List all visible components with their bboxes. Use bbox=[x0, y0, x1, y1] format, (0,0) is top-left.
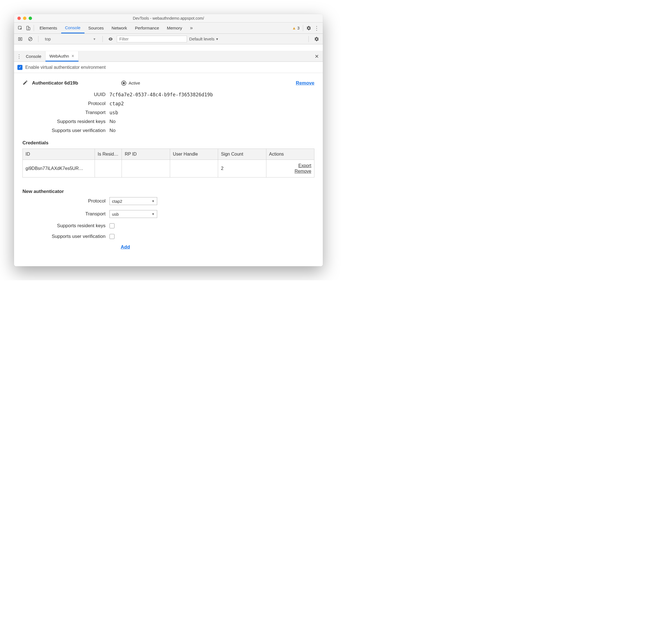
drawer-tab-webauthn[interactable]: WebAuthn ✕ bbox=[46, 51, 79, 62]
new-suv-row: Supports user verification bbox=[22, 234, 314, 239]
context-value: top bbox=[45, 37, 51, 41]
remove-authenticator-link[interactable]: Remove bbox=[296, 80, 314, 86]
suv-value: No bbox=[110, 128, 314, 133]
export-credential-link[interactable]: Export bbox=[269, 163, 311, 168]
titlebar: DevTools - webauthndemo.appspot.com/ bbox=[14, 14, 323, 22]
tab-network[interactable]: Network bbox=[108, 22, 131, 33]
new-authenticator-title: New authenticator bbox=[22, 189, 314, 194]
new-transport-value: usb bbox=[112, 212, 119, 216]
device-toolbar-icon[interactable] bbox=[24, 24, 32, 32]
settings-icon[interactable] bbox=[305, 24, 313, 32]
new-suv-label: Supports user verification bbox=[22, 234, 110, 239]
tab-console[interactable]: Console bbox=[61, 22, 85, 33]
close-window-button[interactable] bbox=[17, 17, 21, 20]
protocol-value: ctap2 bbox=[110, 101, 314, 107]
remove-credential-link[interactable]: Remove bbox=[269, 169, 311, 174]
tab-performance[interactable]: Performance bbox=[131, 22, 163, 33]
srk-value: No bbox=[110, 119, 314, 124]
close-icon[interactable]: ✕ bbox=[71, 54, 74, 58]
zoom-window-button[interactable] bbox=[29, 17, 32, 20]
srk-label: Supports resident keys bbox=[22, 119, 110, 124]
divider bbox=[38, 36, 39, 42]
col-is-resident[interactable]: Is Resid… bbox=[95, 149, 122, 160]
authenticator-details: UUID 7cf6a7e2-0537-48c4-b9fe-f3653826d19… bbox=[22, 92, 314, 133]
new-srk-row: Supports resident keys bbox=[22, 223, 314, 229]
cred-user-handle bbox=[170, 160, 218, 178]
col-id[interactable]: ID bbox=[23, 149, 95, 160]
svg-point-6 bbox=[110, 39, 111, 39]
enable-virtual-checkbox[interactable]: ✓ bbox=[17, 65, 22, 70]
cred-actions: Export Remove bbox=[266, 160, 314, 178]
add-authenticator-link[interactable]: Add bbox=[121, 245, 314, 250]
warnings-count: 3 bbox=[297, 26, 299, 30]
webauthn-panel: Authenticator 6d19b Active Remove UUID 7… bbox=[14, 73, 323, 266]
svg-line-5 bbox=[29, 38, 31, 40]
more-menu-icon[interactable]: ⋮ bbox=[313, 24, 320, 32]
credentials-title: Credentials bbox=[22, 140, 314, 146]
new-transport-label: Transport bbox=[22, 211, 110, 217]
new-srk-checkbox[interactable] bbox=[110, 223, 115, 228]
minimize-window-button[interactable] bbox=[23, 17, 26, 20]
col-actions[interactable]: Actions bbox=[266, 149, 314, 160]
tab-elements[interactable]: Elements bbox=[35, 22, 61, 33]
cred-sign-count: 2 bbox=[218, 160, 266, 178]
uuid-value: 7cf6a7e2-0537-48c4-b9fe-f3653826d19b bbox=[110, 92, 314, 97]
log-levels-selector[interactable]: Default levels ▼ bbox=[189, 37, 219, 41]
tab-sources[interactable]: Sources bbox=[85, 22, 108, 33]
warning-icon: ▲ bbox=[292, 26, 296, 30]
new-protocol-label: Protocol bbox=[22, 198, 110, 204]
drawer-menu-icon[interactable]: ⋮ bbox=[16, 53, 22, 60]
enable-virtual-row: ✓ Enable virtual authenticator environme… bbox=[14, 62, 323, 73]
chevron-down-icon: ▼ bbox=[93, 37, 96, 41]
col-rp-id[interactable]: RP ID bbox=[122, 149, 170, 160]
inspect-element-icon[interactable] bbox=[16, 24, 24, 32]
new-protocol-row: Protocol ctap2 ▼ bbox=[22, 197, 314, 205]
col-user-handle[interactable]: User Handle bbox=[170, 149, 218, 160]
main-toolbar: Elements Console Sources Network Perform… bbox=[14, 22, 323, 34]
drawer-tabs: ⋮ Console WebAuthn ✕ ✕ bbox=[14, 51, 323, 62]
execution-context-icon[interactable] bbox=[16, 35, 24, 43]
svg-rect-2 bbox=[28, 27, 30, 30]
new-protocol-select[interactable]: ctap2 ▼ bbox=[110, 197, 157, 205]
drawer-tab-label: WebAuthn bbox=[49, 54, 69, 59]
col-sign-count[interactable]: Sign Count bbox=[218, 149, 266, 160]
tab-memory[interactable]: Memory bbox=[163, 22, 186, 33]
console-output-area bbox=[14, 44, 323, 51]
filter-input[interactable] bbox=[117, 36, 187, 42]
traffic-lights bbox=[17, 17, 32, 20]
cred-is-resident bbox=[95, 160, 122, 178]
close-drawer-icon[interactable]: ✕ bbox=[313, 52, 320, 61]
new-transport-row: Transport usb ▼ bbox=[22, 210, 314, 218]
live-expression-icon[interactable] bbox=[107, 35, 115, 43]
new-transport-select[interactable]: usb ▼ bbox=[110, 210, 157, 218]
active-label: Active bbox=[128, 80, 140, 85]
chevron-down-icon: ▼ bbox=[216, 37, 219, 41]
context-selector[interactable]: top ▼ bbox=[42, 36, 98, 42]
new-protocol-value: ctap2 bbox=[112, 199, 122, 204]
authenticator-title: Authenticator 6d19b bbox=[32, 80, 78, 86]
edit-icon[interactable] bbox=[22, 80, 28, 86]
divider bbox=[102, 36, 103, 42]
cred-id: gi9DBsn77iLAXdK7es5UR… bbox=[23, 160, 95, 178]
clear-console-icon[interactable] bbox=[26, 35, 34, 43]
cred-rp bbox=[122, 160, 170, 178]
protocol-label: Protocol bbox=[22, 101, 110, 107]
authenticator-header: Authenticator 6d19b Active Remove bbox=[22, 80, 314, 86]
uuid-label: UUID bbox=[22, 92, 110, 97]
new-suv-checkbox[interactable] bbox=[110, 234, 115, 239]
console-settings-icon[interactable] bbox=[313, 35, 320, 43]
table-row: gi9DBsn77iLAXdK7es5UR… 2 Export Remove bbox=[23, 160, 314, 178]
add-row: Add bbox=[22, 245, 314, 250]
tab-overflow-icon[interactable]: » bbox=[186, 22, 197, 33]
chevron-down-icon: ▼ bbox=[151, 212, 155, 216]
active-radio[interactable]: Active bbox=[121, 80, 140, 86]
enable-virtual-label: Enable virtual authenticator environment bbox=[25, 65, 105, 70]
levels-label: Default levels bbox=[189, 37, 214, 41]
drawer-tab-console[interactable]: Console bbox=[22, 51, 46, 62]
main-tabs: Elements Console Sources Network Perform… bbox=[35, 22, 197, 33]
warnings-badge[interactable]: ▲ 3 bbox=[290, 26, 301, 30]
new-srk-label: Supports resident keys bbox=[22, 223, 110, 229]
drawer-tab-label: Console bbox=[26, 54, 41, 59]
devtools-window: DevTools - webauthndemo.appspot.com/ Ele… bbox=[14, 14, 323, 266]
console-toolbar: top ▼ Default levels ▼ bbox=[14, 34, 323, 44]
